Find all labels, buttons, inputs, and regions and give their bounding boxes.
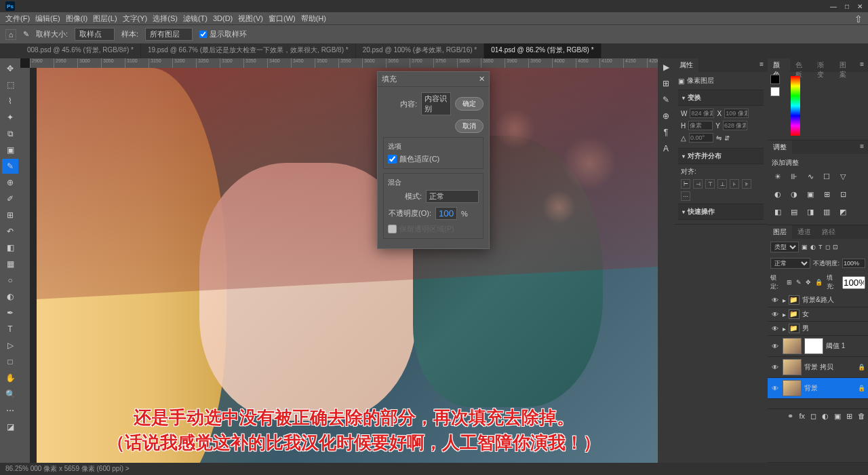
threshold-icon[interactable]: ◨ [804,206,816,218]
mixer-icon[interactable]: ⊞ [821,188,833,200]
lock-pixel-icon[interactable]: ✎ [796,279,802,286]
document-tab[interactable]: 014.psd @ 86.2% (背景, RGB/8) * [484,43,601,58]
menu-item[interactable]: 图层(L) [93,14,117,24]
align-hcenter[interactable]: ⊣ [693,179,703,189]
color-tab[interactable]: 色板 [790,58,812,72]
frame-tool[interactable]: ▣ [2,142,18,157]
menu-item[interactable]: 图像(I) [66,14,87,24]
color-adapt-check[interactable]: 颜色适应(C) [388,154,479,164]
visibility-icon[interactable]: 👁 [770,385,780,392]
character-icon[interactable]: A [663,144,669,153]
fx-icon[interactable]: fx [799,412,805,421]
color-tab[interactable]: 颜色 [768,58,790,72]
bg-swatch[interactable] [770,87,780,96]
layers-tab[interactable]: 路径 [816,225,841,239]
gradient-map-icon[interactable]: ▥ [821,206,833,218]
invert-icon[interactable]: ◧ [772,206,784,218]
new-layer-icon[interactable]: ⊞ [846,412,852,421]
layer-opacity[interactable] [842,259,865,268]
menu-item[interactable]: 文件(F) [5,14,30,24]
document-tab[interactable]: 20.psd @ 100% (参考效果, RGB/16) * [356,43,485,58]
eraser-tool[interactable]: ◧ [2,240,18,255]
sample-size-select[interactable]: 取样点 [75,28,115,41]
lasso-tool[interactable]: ⌇ [2,94,18,109]
height-input[interactable] [688,121,713,130]
selective-icon[interactable]: ◩ [837,206,849,218]
color-tab[interactable]: 渐变 [812,58,834,72]
x-input[interactable] [724,109,749,118]
align-vcenter[interactable]: ⊦ [730,179,739,189]
layer-row[interactable]: 👁阈值 1 [768,336,868,357]
visibility-icon[interactable]: 👁 [770,343,780,350]
levels-icon[interactable]: ⊪ [788,170,800,183]
clone-icon[interactable]: ⊕ [663,111,669,121]
filter-shape-icon[interactable]: ◻ [825,244,830,250]
history-brush-tool[interactable]: ↶ [2,224,18,239]
menu-item[interactable]: 编辑(E) [35,14,60,24]
layers-tab[interactable]: 图层 [768,225,792,239]
y-input[interactable] [723,121,747,130]
panel-menu-icon[interactable]: ≡ [856,58,868,72]
transform-section[interactable]: 变换 [678,90,764,106]
menu-item[interactable]: 帮助(H) [301,14,326,24]
document-tab[interactable]: 008.psd @ 45.6% (背景, RGB/8#) * [20,43,141,58]
align-left[interactable]: ⊢ [681,179,690,189]
show-ring-input[interactable] [199,31,207,38]
align-top[interactable]: ⊥ [717,179,727,189]
layer-row[interactable]: 👁▸📁男 [768,322,868,336]
layer-row[interactable]: 👁背景🔒 [768,378,868,399]
layer-row[interactable]: 👁背景 拷贝🔒 [768,357,868,378]
brushes-icon[interactable]: ✎ [663,95,669,104]
swatches-icon[interactable]: ⊞ [663,79,669,88]
brush-tool[interactable]: ✐ [2,191,18,206]
marquee-tool[interactable]: ⬚ [2,77,18,92]
align-bottom[interactable]: ⊧ [742,179,751,189]
eyedropper-icon[interactable]: ✎ [23,30,29,39]
document-tab[interactable]: 19.psd @ 66.7% (最后还是放大检查一下效果，效果很大, RGB/8… [141,43,356,58]
chevron-icon[interactable]: ▸ [783,297,786,304]
blur-tool[interactable]: ○ [2,273,18,288]
share-icon[interactable]: ⇧ [854,14,863,24]
content-select[interactable]: 内容识别 [421,92,451,115]
move-tool[interactable]: ✥ [2,61,18,76]
filter-kind[interactable]: 类型 [770,242,799,252]
quick-actions-section[interactable]: 快速操作 [678,204,764,220]
menu-item[interactable]: 文字(Y) [123,14,148,24]
show-ring-checkbox[interactable]: 显示取样环 [199,29,247,39]
mask-icon[interactable]: ◻ [810,412,816,421]
lock-pos-icon[interactable]: ✥ [806,279,811,286]
filter-smart-icon[interactable]: ⊡ [833,244,838,250]
home-icon[interactable]: ⌂ [5,29,16,40]
edit-toolbar[interactable]: ⋯ [2,403,18,418]
vibrance-icon[interactable]: ▽ [837,170,849,183]
filter-adj-icon[interactable]: ◐ [810,244,816,250]
visibility-icon[interactable]: 👁 [770,325,780,332]
layer-row[interactable]: 👁▸📁女 [768,307,868,322]
align-section[interactable]: 对齐并分布 [678,148,764,164]
blend-mode[interactable]: 正常 [770,258,810,269]
filter-pixel-icon[interactable]: ▣ [802,244,808,250]
menu-item[interactable]: 窗口(W) [269,14,296,24]
layer-fill[interactable] [842,276,865,289]
close-icon[interactable]: ✕ [857,3,863,10]
bw-icon[interactable]: ◑ [788,188,800,200]
exposure-icon[interactable]: ☐ [821,170,833,183]
properties-tab[interactable]: 属性 [674,58,698,72]
stamp-tool[interactable]: ⊞ [2,208,18,223]
menu-item[interactable]: 3D(D) [213,14,233,22]
menu-item[interactable]: 滤镜(T) [183,14,208,24]
dialog-titlebar[interactable]: 填充 ✕ [378,72,489,87]
visibility-icon[interactable]: 👁 [770,311,780,318]
heal-tool[interactable]: ⊕ [2,175,18,190]
distribute[interactable]: ⋯ [681,191,690,201]
visibility-icon[interactable]: 👁 [770,364,780,371]
hue-slider[interactable] [791,76,800,136]
menu-item[interactable]: 视图(V) [238,14,263,24]
poster-icon[interactable]: ▤ [788,206,800,218]
filter-type-icon[interactable]: T [818,244,823,250]
adjustments-tab[interactable]: 调整 [768,140,792,154]
mode-select[interactable]: 正常 [426,190,479,203]
color-tab[interactable]: 图案 [834,58,856,72]
lookup-icon[interactable]: ⊡ [837,188,849,200]
layers-tab[interactable]: 通道 [792,225,816,239]
